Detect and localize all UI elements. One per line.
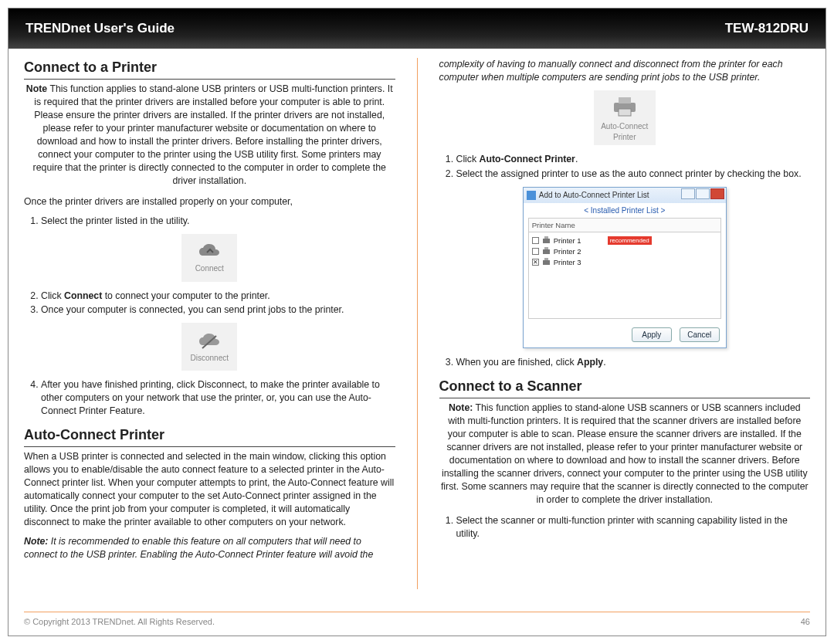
printer-icon bbox=[542, 258, 551, 266]
dialog-titlebar: Add to Auto-Connect Printer List bbox=[524, 188, 726, 203]
scanner-note-label: Note: bbox=[449, 402, 473, 413]
right-step-2: Select the assigned printer to use as th… bbox=[456, 168, 811, 181]
svg-rect-9 bbox=[543, 260, 550, 265]
connect-icon-label: Connect bbox=[195, 263, 224, 274]
checkbox[interactable] bbox=[532, 248, 539, 255]
disconnect-glyph-icon bbox=[198, 331, 221, 351]
rstep1-pre: Click bbox=[456, 154, 480, 164]
cancel-button[interactable]: Cancel bbox=[680, 327, 720, 342]
printer-icon bbox=[542, 236, 551, 245]
svg-rect-7 bbox=[543, 249, 550, 254]
connect-glyph-icon bbox=[198, 242, 221, 262]
printer-glyph-icon bbox=[609, 95, 640, 118]
rstep3-post: . bbox=[603, 357, 605, 368]
printer-step-1: Select the printer listed in the utility… bbox=[41, 215, 395, 228]
scanner-note-text: This function applies to stand-alone USB… bbox=[441, 402, 809, 505]
svg-rect-6 bbox=[544, 236, 548, 239]
autoconnect-note-label: Note: bbox=[24, 536, 48, 547]
acp-icon-line2: Printer bbox=[597, 132, 653, 143]
svg-rect-10 bbox=[544, 258, 548, 260]
header-right: TEW-812DRU bbox=[725, 21, 809, 36]
intro-line: Once the printer drivers are installed p… bbox=[24, 195, 395, 208]
minimize-icon[interactable] bbox=[681, 188, 695, 199]
checkbox[interactable] bbox=[532, 237, 539, 244]
apply-button[interactable]: Apply bbox=[632, 327, 672, 342]
list-item[interactable]: Printer 3 bbox=[532, 256, 717, 267]
right-steps-b: When you are finished, click Apply. bbox=[439, 356, 811, 369]
note-scanner: Note: This function applies to stand-alo… bbox=[439, 402, 811, 507]
note-printer-text: This function applies to stand-alone USB… bbox=[33, 83, 393, 186]
maximize-icon[interactable] bbox=[696, 188, 710, 199]
svg-rect-4 bbox=[527, 191, 536, 200]
right-step-1: Click Auto-Connect Printer. bbox=[456, 153, 811, 166]
column-separator bbox=[417, 58, 418, 589]
dialog-button-row: Apply Cancel bbox=[524, 324, 726, 347]
right-steps-a: Click Auto-Connect Printer. Select the a… bbox=[439, 153, 811, 181]
heading-connect-scanner: Connect to a Scanner bbox=[439, 377, 811, 398]
checkbox[interactable] bbox=[532, 259, 539, 266]
note-printer: Note This function applies to stand-alon… bbox=[24, 83, 395, 188]
heading-connect-printer: Connect to a Printer bbox=[24, 58, 395, 80]
printer-step-4: After you have finished printing, click … bbox=[41, 378, 395, 418]
dialog-subtitle: < Installed Printer List > bbox=[524, 203, 726, 218]
header-banner: TRENDnet User's Guide TEW-812DRU bbox=[8, 8, 826, 49]
page-footer: © Copyright 2013 TRENDnet. All Rights Re… bbox=[24, 612, 810, 626]
heading-autoconnect: Auto-Connect Printer bbox=[24, 425, 395, 447]
disconnect-icon-label: Disconnect bbox=[191, 353, 229, 364]
scanner-step-1: Select the scanner or multi-function pri… bbox=[456, 514, 811, 541]
printer-step-2: Click Connect to connect your computer t… bbox=[41, 290, 395, 303]
printer-icon bbox=[542, 247, 551, 256]
autoconnect-printer-icon: Auto-Connect Printer bbox=[594, 90, 656, 145]
printer-steps-1: Select the printer listed in the utility… bbox=[24, 215, 395, 228]
printer-step-3: Once your computer is connected, you can… bbox=[41, 303, 395, 317]
svg-rect-8 bbox=[544, 247, 548, 249]
left-column: Connect to a Printer Note This function … bbox=[24, 58, 395, 589]
recommended-badge: recommended bbox=[608, 236, 652, 245]
dialog-column-header: Printer Name bbox=[528, 218, 721, 232]
printer-name: Printer 1 bbox=[554, 236, 581, 246]
autoconnect-para: When a USB printer is connected and sele… bbox=[24, 450, 395, 529]
acp-icon-line1: Auto-Connect bbox=[597, 121, 653, 132]
printer-steps-2: Click Connect to connect your computer t… bbox=[24, 290, 395, 317]
page-number: 46 bbox=[801, 617, 810, 626]
printer-steps-4: After you have finished printing, click … bbox=[24, 378, 395, 418]
list-item[interactable]: Printer 2 bbox=[532, 246, 717, 256]
step2-pre: Click bbox=[41, 290, 64, 301]
disconnect-icon: Disconnect bbox=[181, 323, 237, 371]
dialog-window-buttons bbox=[681, 188, 724, 199]
right-step-3: When you are finished, click Apply. bbox=[456, 356, 811, 369]
autoconnect-note: Note: It is recommended to enable this f… bbox=[24, 535, 395, 561]
right-column: complexity of having to manually connect… bbox=[439, 58, 811, 589]
autoconnect-note-text: It is recommended to enable this feature… bbox=[24, 536, 373, 560]
printer-name: Printer 2 bbox=[554, 246, 581, 256]
note-label: Note bbox=[26, 83, 47, 94]
scanner-steps: Select the scanner or multi-function pri… bbox=[439, 514, 811, 541]
rstep1-post: . bbox=[575, 154, 578, 164]
connect-icon: Connect bbox=[181, 234, 237, 282]
svg-rect-3 bbox=[619, 109, 631, 116]
continuation-line: complexity of having to manually connect… bbox=[439, 58, 811, 84]
close-icon[interactable] bbox=[710, 188, 724, 199]
svg-rect-5 bbox=[543, 239, 550, 243]
list-item[interactable]: Printer 1 recommended bbox=[532, 235, 717, 246]
rstep3-pre: When you are finished, click bbox=[456, 357, 578, 368]
rstep3-bold: Apply bbox=[577, 357, 603, 368]
dialog-autoconnect-list: Add to Auto-Connect Printer List < Insta… bbox=[523, 187, 727, 348]
content-area: Connect to a Printer Note This function … bbox=[8, 49, 826, 589]
header-left: TRENDnet User's Guide bbox=[25, 21, 175, 36]
dialog-title-text: Add to Auto-Connect Printer List bbox=[539, 190, 649, 201]
rstep1-bold: Auto-Connect Printer bbox=[480, 154, 575, 164]
copyright-text: © Copyright 2013 TRENDnet. All Rights Re… bbox=[24, 617, 215, 626]
page-frame: TRENDnet User's Guide TEW-812DRU Connect… bbox=[8, 8, 826, 636]
dialog-app-icon bbox=[527, 191, 536, 200]
step2-bold: Connect bbox=[64, 290, 102, 301]
dialog-printer-list: Printer 1 recommended Printer 2 Printer … bbox=[528, 232, 721, 319]
svg-rect-2 bbox=[619, 97, 631, 103]
step2-post: to connect your computer to the printer. bbox=[102, 290, 270, 301]
printer-name: Printer 3 bbox=[554, 257, 581, 267]
